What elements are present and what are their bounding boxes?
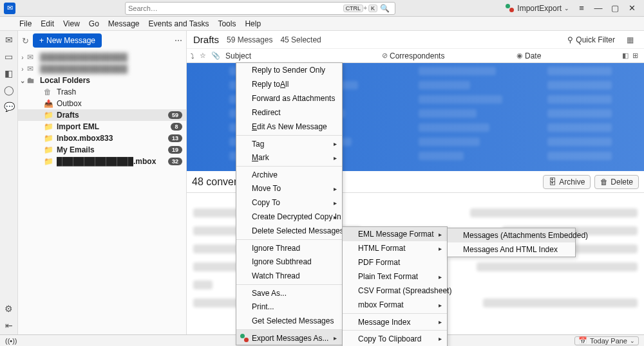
submenu-arrow-icon: ▸ [439,273,442,280]
context-item[interactable]: Reply to All [236,77,342,91]
menu-tools[interactable]: Tools [218,19,236,28]
context-item[interactable]: Print... [236,300,342,314]
today-pane-button[interactable]: 📅Today Pane⌄ [574,336,639,345]
folder-my-emails[interactable]: 📁My Emails19 [18,144,186,156]
archive-button[interactable]: 🗄Archive [543,175,591,189]
context-item[interactable]: mbox Format▸ [343,298,447,312]
tasks-tab-icon[interactable]: ◯ [4,85,14,95]
submenu-arrow-icon: ▸ [334,185,337,192]
account-row[interactable]: ›✉████████████████ [18,51,186,63]
import-export-icon [506,4,515,13]
account-row[interactable]: ›✉████████████████ [18,63,186,75]
search-icon[interactable]: 🔍 [377,4,392,13]
folder-mbox[interactable]: 📁██████████████.mbox32 [18,156,186,167]
column-date[interactable]: Date [525,51,620,60]
context-item[interactable]: Ignore Subthread [236,255,342,269]
search-input[interactable] [128,5,342,12]
submenu-arrow-icon: ▸ [439,302,442,309]
context-item[interactable]: Message Index▸ [343,313,447,329]
import-export-icon [240,334,249,343]
column-headers: ⤵☆📎 Subject ⊘ Correspondents ◉ Date ◧ ⊞ [187,49,644,63]
quick-filter-button[interactable]: ⚲Quick Filter [567,35,615,44]
message-count: 59 Messages [227,35,272,44]
minimize-button[interactable]: — [590,3,607,13]
menu-view[interactable]: View [63,19,80,28]
kbd-k: K [368,5,377,12]
folder-drafts[interactable]: 📁Drafts59 [18,109,186,121]
column-picker-icon[interactable]: ⊞ [630,51,640,60]
context-item[interactable]: Move To▸ [236,181,342,196]
chevron-down-icon: ⌄ [564,5,569,12]
sidebar-more-icon[interactable]: ⋯ [175,36,182,45]
thread-col-icon[interactable]: ⤵ [191,52,194,60]
settings-icon[interactable]: ⚙ [4,304,14,314]
folder-sidebar: ↻ + New Message ⋯ ›✉████████████████ ›✉█… [18,31,187,334]
collapse-icon[interactable]: ⇤ [4,320,14,331]
mail-tab-icon[interactable]: ✉ [4,35,14,45]
star-col-icon[interactable]: ☆ [200,51,206,60]
context-item[interactable]: Export Messages As...▸ [236,329,342,345]
context-item[interactable]: Ignore Thread [236,239,342,255]
new-message-button[interactable]: + New Message [33,33,102,48]
context-item[interactable]: Archive [236,166,342,181]
context-item[interactable]: Messages (Attachments Embedded) [448,228,575,242]
context-item[interactable]: Messages And HTML Index [448,242,575,257]
context-item[interactable]: Copy To Clipboard▸ [343,330,447,345]
context-item[interactable]: Get Selected Messages [236,314,342,328]
import-export-button[interactable]: ImportExport ⌄ [502,4,573,13]
context-item[interactable]: Create Decrypted Copy In▸ [236,210,342,224]
menu-events-tasks[interactable]: Events and Tasks [149,19,209,28]
attachment-col-icon[interactable]: 📎 [211,51,220,60]
context-item[interactable]: Reply to Sender Only [236,63,342,77]
display-options-icon[interactable]: ▦ [623,35,638,44]
folder-inbox-mbox[interactable]: 📁Inbox.mbox83313 [18,132,186,144]
delete-button[interactable]: 🗑Delete [594,175,639,189]
close-button[interactable]: ✕ [623,3,640,13]
hamburger-menu[interactable]: ≡ [573,3,590,13]
menu-help[interactable]: Help [245,19,261,28]
calendar-tab-icon[interactable]: ◧ [4,68,14,78]
context-item[interactable]: Edit As New Message [236,120,342,134]
folder-trash[interactable]: 🗑Trash [18,86,186,98]
chat-tab-icon[interactable]: 💬 [4,102,14,112]
context-item[interactable]: Mark▸ [236,150,342,165]
menu-message[interactable]: Message [108,19,140,28]
selected-count: 45 Selected [280,35,321,44]
context-item[interactable]: Save As... [236,284,342,300]
addressbook-tab-icon[interactable]: ▭ [4,51,14,62]
plus-icon: + [39,36,44,45]
conversation-title: 48 conver [192,176,237,188]
column-correspondents[interactable]: Correspondents [390,51,515,60]
tag-col-icon[interactable]: ◧ [620,51,630,60]
read-col-icon[interactable]: ◉ [515,51,525,60]
folder-icon: 📁 [44,157,54,166]
submenu-arrow-icon: ▸ [334,334,337,341]
context-item[interactable]: CSV Format (Spreadsheet) [343,284,447,298]
submenu-arrow-icon: ▸ [439,335,442,342]
menu-go[interactable]: Go [89,19,99,28]
context-item[interactable]: PDF Format [343,255,447,269]
context-item[interactable]: Watch Thread [236,269,342,283]
trash-icon: 🗑 [44,87,54,96]
context-item[interactable]: Forward as Attachments [236,91,342,105]
folder-outbox[interactable]: 📤Outbox [18,98,186,109]
get-messages-icon[interactable]: ↻ [22,36,29,46]
maximize-button[interactable]: ▢ [607,3,623,13]
menu-file[interactable]: File [19,19,32,28]
context-item[interactable]: Copy To▸ [236,196,342,210]
column-subject[interactable]: Subject [225,51,380,60]
context-item[interactable]: Tag▸ [236,135,342,150]
local-folders-row[interactable]: ⌄🖿Local Folders [18,75,186,86]
title-bar: ✉ CTRL + K 🔍 ImportExport ⌄ ≡ — ▢ ✕ [0,0,644,17]
chevron-down-icon: ⌄ [630,338,635,344]
context-item[interactable]: Plain Text Format▸ [343,269,447,284]
submenu-arrow-icon: ▸ [439,245,442,252]
menu-edit[interactable]: Edit [41,19,54,28]
context-item[interactable]: Delete Selected Messages [236,224,342,238]
spam-col-icon[interactable]: ⊘ [380,51,390,60]
search-field[interactable]: CTRL + K 🔍 [125,2,395,15]
context-item[interactable]: HTML Format▸ [343,241,447,255]
context-item[interactable]: Redirect [236,105,342,120]
context-item[interactable]: EML Message Format▸ [343,227,447,241]
folder-import-eml[interactable]: 📁Import EML8 [18,121,186,132]
